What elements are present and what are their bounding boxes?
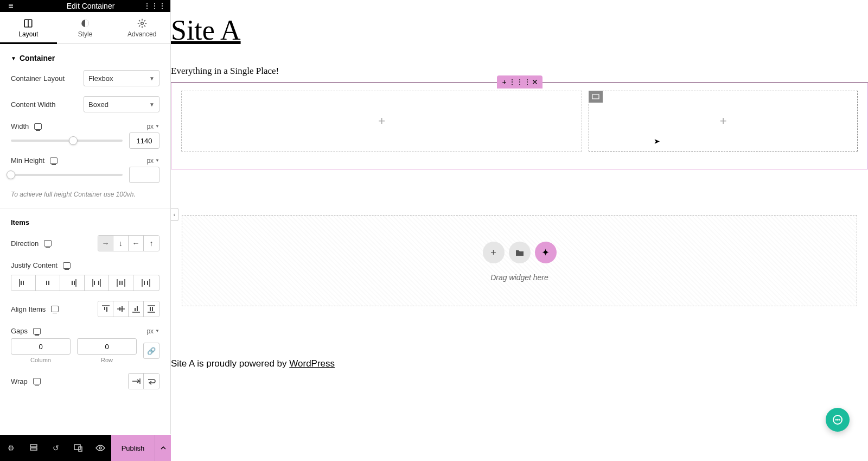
empty-section[interactable]: + ✦ Drag widget here [182, 215, 857, 306]
settings-icon[interactable]: ⚙ [0, 435, 22, 461]
svg-rect-26 [106, 307, 107, 312]
apps-icon[interactable]: ⋮⋮⋮ [143, 2, 166, 10]
content-width-select[interactable]: Boxed▼ [84, 96, 159, 112]
svg-rect-39 [30, 445, 37, 447]
direction-column[interactable]: ↓ [113, 236, 129, 251]
inner-column-2[interactable]: + [589, 91, 858, 151]
caret-down-icon: ▼ [11, 55, 16, 61]
add-widget-icon[interactable]: + [378, 114, 385, 128]
svg-rect-18 [122, 281, 123, 285]
svg-rect-29 [122, 306, 123, 312]
justify-around[interactable] [109, 275, 133, 291]
ai-button[interactable]: ✦ [535, 242, 557, 263]
publish-button[interactable]: Publish [111, 435, 155, 461]
svg-rect-34 [150, 307, 151, 311]
link-values-icon[interactable]: 🔗 [143, 343, 159, 359]
history-icon[interactable]: ↺ [44, 435, 67, 461]
panel-header: ≡ Edit Container ⋮⋮⋮ [0, 0, 170, 12]
justify-between[interactable] [85, 275, 109, 291]
template-library-button[interactable] [509, 242, 531, 263]
svg-rect-28 [119, 307, 120, 311]
desktop-icon[interactable] [33, 328, 41, 334]
min-height-input[interactable] [129, 167, 159, 183]
wordpress-link[interactable]: WordPress [289, 358, 335, 369]
align-center[interactable] [113, 301, 129, 317]
svg-rect-25 [104, 307, 105, 310]
justify-center[interactable] [36, 275, 60, 291]
collapse-panel-handle[interactable]: ‹ [171, 208, 178, 221]
panel-tabs: Layout Style Advanced [0, 12, 170, 44]
min-height-unit-select[interactable]: px▼ [146, 157, 159, 165]
desktop-icon[interactable] [63, 262, 71, 269]
desktop-icon[interactable] [50, 157, 58, 164]
svg-rect-6 [23, 281, 24, 285]
content-width-control: Content Width Boxed▼ [11, 96, 159, 112]
direction-row-reverse[interactable]: ← [129, 236, 144, 251]
section-container-header[interactable]: ▼ Container [11, 44, 159, 70]
responsive-icon[interactable] [67, 435, 89, 461]
direction-column-reverse[interactable]: ↑ [144, 236, 159, 251]
width-control: Width px▼ [11, 122, 159, 130]
svg-point-48 [839, 420, 840, 420]
svg-point-43 [99, 447, 101, 449]
gap-column-input[interactable] [11, 338, 71, 355]
desktop-icon[interactable] [51, 306, 59, 312]
justify-control: Justify Content [11, 261, 159, 269]
justify-end[interactable] [60, 275, 85, 291]
preview-icon[interactable] [89, 435, 111, 461]
site-title[interactable]: Site A [171, 0, 868, 46]
add-widget-icon[interactable]: + [720, 114, 727, 128]
drag-handle-icon[interactable]: ⋮⋮⋮ [512, 75, 527, 89]
inner-column-1[interactable]: + [181, 91, 582, 151]
svg-rect-22 [147, 281, 148, 285]
gaps-unit-select[interactable]: px▼ [146, 327, 159, 335]
panel-content: ▼ Container Container Layout Flexbox▼ Co… [0, 44, 170, 434]
svg-rect-14 [98, 281, 99, 285]
wrap-buttons [128, 373, 159, 389]
height-hint: To achieve full height Container use 100… [11, 191, 159, 198]
desktop-icon[interactable] [34, 123, 42, 130]
svg-rect-17 [119, 281, 120, 285]
section-items-header: Items [11, 218, 159, 226]
tab-layout[interactable]: Layout [0, 12, 57, 43]
drag-hint: Drag widget here [490, 273, 548, 282]
svg-rect-31 [137, 306, 138, 311]
min-height-control: Min Height px▼ [11, 156, 159, 165]
svg-rect-35 [152, 307, 153, 311]
chat-fab[interactable] [826, 408, 850, 432]
width-input[interactable] [129, 132, 159, 149]
justify-start[interactable] [11, 275, 36, 291]
column-handle-icon[interactable] [589, 91, 603, 103]
add-section-button[interactable]: + [483, 242, 505, 263]
wrap-wrap[interactable] [144, 374, 159, 389]
align-stretch[interactable] [144, 301, 159, 317]
tab-advanced[interactable]: Advanced [113, 12, 170, 43]
direction-control: Direction → ↓ ← ↑ [11, 235, 159, 251]
svg-point-47 [838, 420, 838, 420]
delete-element-icon[interactable]: ✕ [527, 75, 542, 89]
publish-options[interactable] [155, 435, 171, 461]
justify-evenly[interactable] [133, 275, 158, 291]
width-unit-select[interactable]: px▼ [146, 123, 159, 130]
align-start[interactable] [98, 301, 113, 317]
direction-row[interactable]: → [98, 236, 113, 251]
gaps-control: Gaps px▼ [11, 327, 159, 335]
selected-container[interactable]: + ⋮⋮⋮ ✕ + + [171, 83, 868, 169]
svg-rect-21 [144, 281, 145, 285]
align-end[interactable] [129, 301, 144, 317]
container-layout-control: Container Layout Flexbox▼ [11, 70, 159, 86]
tab-style[interactable]: Style [57, 12, 114, 43]
min-height-slider[interactable] [11, 174, 123, 176]
desktop-icon[interactable] [33, 378, 41, 384]
wrap-nowrap[interactable] [129, 374, 144, 389]
gap-row-input[interactable] [77, 338, 137, 355]
footer-text: Site A is proudly powered by WordPress [171, 358, 335, 369]
desktop-icon[interactable] [44, 240, 52, 247]
container-toolbar: + ⋮⋮⋮ ✕ [497, 75, 542, 89]
svg-rect-8 [48, 281, 49, 285]
width-slider[interactable] [11, 140, 123, 142]
navigator-icon[interactable] [22, 435, 44, 461]
svg-rect-7 [46, 281, 47, 285]
svg-rect-10 [74, 281, 75, 285]
container-layout-select[interactable]: Flexbox▼ [84, 70, 159, 86]
